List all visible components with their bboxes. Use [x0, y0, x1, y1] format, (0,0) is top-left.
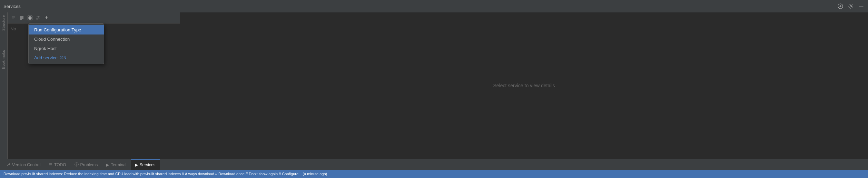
- todo-icon: ☰: [49, 162, 52, 167]
- tab-services[interactable]: ▶ Services: [131, 159, 160, 170]
- services-tab-icon: ▶: [135, 162, 138, 167]
- title-bar: Services —: [0, 0, 868, 12]
- services-toolbar: +: [8, 12, 180, 23]
- menu-item-ngrok-host[interactable]: Ngrok Host: [29, 44, 104, 53]
- tab-services-label: Services: [140, 162, 156, 167]
- tab-problems-label: Problems: [80, 162, 98, 167]
- status-message: Download pre-built shared indexes: Reduc…: [3, 172, 327, 176]
- tab-version-control[interactable]: ⎇ Version Control: [1, 159, 45, 170]
- side-tabs: Structure Bookmarks: [0, 12, 8, 159]
- version-control-icon: ⎇: [6, 162, 10, 167]
- tab-problems[interactable]: ⓘ Problems: [70, 159, 102, 170]
- move-button[interactable]: [34, 14, 42, 22]
- bottom-tabs-bar: ⎇ Version Control ☰ TODO ⓘ Problems ▶ Te…: [0, 159, 868, 170]
- collapse-all-button[interactable]: [10, 14, 17, 22]
- expand-all-button[interactable]: [18, 14, 26, 22]
- svg-rect-2: [28, 16, 30, 18]
- sidebar-item-bookmarks[interactable]: Bookmarks: [0, 47, 8, 72]
- svg-rect-5: [30, 18, 32, 20]
- minimize-icon[interactable]: —: [858, 3, 865, 10]
- tab-terminal[interactable]: ▶ Terminal: [102, 159, 130, 170]
- tab-terminal-label: Terminal: [111, 162, 126, 167]
- plugin-icon[interactable]: [837, 3, 844, 10]
- status-bar: Download pre-built shared indexes: Reduc…: [0, 170, 868, 178]
- add-service-button[interactable]: +: [43, 14, 50, 22]
- tab-todo-label: TODO: [54, 162, 66, 167]
- details-placeholder: Select service to view details: [493, 83, 555, 88]
- svg-point-1: [850, 6, 852, 7]
- svg-rect-4: [28, 18, 30, 20]
- tab-version-control-label: Version Control: [12, 162, 40, 167]
- group-button[interactable]: [26, 14, 34, 22]
- no-services-text: No: [10, 26, 16, 31]
- settings-icon[interactable]: [847, 3, 854, 10]
- services-panel: + No Run Configuration Type Cloud Connec…: [8, 12, 180, 159]
- svg-rect-3: [30, 16, 32, 18]
- problems-icon: ⓘ: [75, 162, 79, 168]
- add-service-dropdown: Run Configuration Type Cloud Connection …: [28, 23, 104, 64]
- menu-item-run-config-type[interactable]: Run Configuration Type: [29, 25, 104, 34]
- menu-item-add-service[interactable]: Add service ⌘N: [29, 53, 104, 62]
- tab-todo[interactable]: ☰ TODO: [45, 159, 70, 170]
- sidebar-item-structure[interactable]: Structure: [0, 12, 8, 33]
- panel-title: Services: [3, 4, 21, 9]
- add-service-shortcut: ⌘N: [60, 56, 66, 60]
- title-bar-actions: —: [837, 3, 865, 10]
- terminal-icon: ▶: [106, 162, 109, 167]
- main-area: Structure Bookmarks: [0, 12, 868, 159]
- menu-item-cloud-connection[interactable]: Cloud Connection: [29, 34, 104, 44]
- details-panel: Select service to view details: [180, 12, 868, 159]
